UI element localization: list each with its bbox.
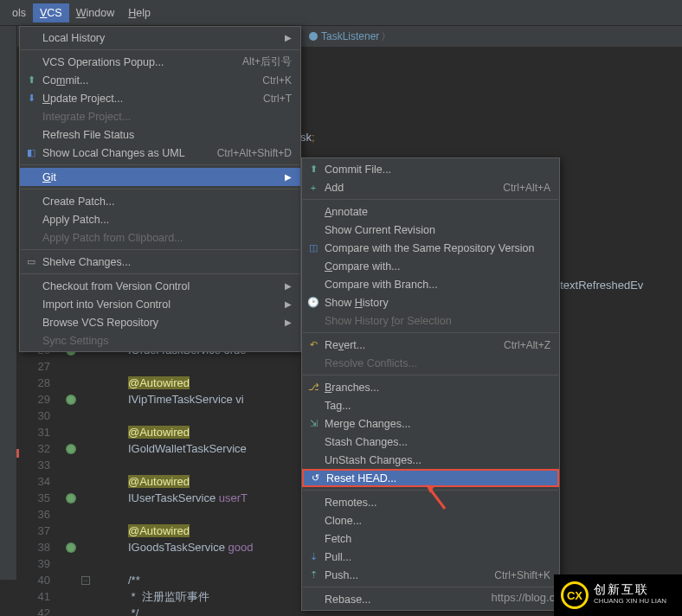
revert-icon: ↶	[307, 339, 319, 351]
menu-show-history[interactable]: 🕑Show History	[302, 293, 559, 311]
menu-add[interactable]: +AddCtrl+Alt+A	[302, 178, 559, 196]
logo-mark: CX	[561, 581, 589, 609]
menu-vcs-ops[interactable]: VCS Operations Popup...Alt+后引号	[20, 53, 300, 71]
menu-stash[interactable]: Stash Changes...	[302, 433, 559, 451]
chevron-right-icon: ▶	[285, 318, 292, 327]
merge-icon: ⇲	[307, 418, 319, 430]
commit-icon: ⬆	[307, 164, 319, 176]
menu-show-local-uml[interactable]: ◧Show Local Changes as UMLCtrl+Alt+Shift…	[20, 144, 300, 162]
menu-revert[interactable]: ↶Revert...Ctrl+Alt+Z	[302, 336, 559, 354]
logo-line1: 创新互联	[594, 583, 666, 595]
menu-show-hist-sel: Show History for Selection	[302, 311, 559, 330]
menu-local-history[interactable]: Local History▶	[20, 29, 300, 47]
menu-bar: ols VCS Window Help	[0, 0, 682, 26]
menu-compare-same[interactable]: ◫Compare with the Same Repository Versio…	[302, 239, 559, 257]
menu-window[interactable]: Window	[69, 3, 121, 22]
menu-vcs[interactable]: VCS	[33, 3, 69, 22]
menu-refresh[interactable]: Refresh File Status	[20, 125, 300, 144]
chevron-right-icon: ▶	[285, 33, 292, 42]
vcs-mark-icon	[66, 542, 76, 553]
menu-push[interactable]: ⇡Push...Ctrl+Shift+K	[302, 566, 559, 584]
class-icon	[309, 32, 318, 41]
menu-clone[interactable]: Clone...	[302, 511, 559, 529]
menu-branches[interactable]: ⎇Branches...	[302, 378, 559, 396]
code-line: IVipTimeTaskService vi	[128, 391, 244, 407]
reset-icon: ↺	[309, 472, 321, 484]
menu-remotes[interactable]: Remotes...	[302, 493, 559, 511]
commit-icon: ⬆	[25, 74, 37, 87]
line-gutter: 252627 282930 313233 343536 373839 40414…	[17, 325, 57, 616]
branch-icon: ⎇	[307, 382, 319, 394]
code-line: IGoldWalletTaskService	[128, 440, 247, 457]
menu-pull[interactable]: ⇣Pull...	[302, 548, 559, 566]
code-comment: /**	[128, 572, 140, 588]
menu-import-vc[interactable]: Import into Version Control▶	[20, 295, 300, 313]
shelve-icon: ▭	[25, 256, 37, 268]
chevron-right-icon: ▶	[285, 299, 292, 309]
code-comment: */	[128, 605, 138, 616]
fold-minus-icon[interactable]: −	[81, 576, 90, 585]
menu-checkout[interactable]: Checkout from Version Control▶	[20, 277, 300, 295]
brand-logo: CX 创新互联 CHUANG XIN HU LIAN	[554, 574, 682, 616]
menu-apply-patch[interactable]: Apply Patch...	[20, 210, 300, 228]
menu-apply-clipboard: Apply Patch from Clipboard...	[20, 228, 300, 247]
menu-update-project[interactable]: ⬇Update Project...Ctrl+T	[20, 89, 300, 107]
logo-line2: CHUANG XIN HU LIAN	[594, 595, 666, 607]
gutter-marks	[59, 325, 83, 616]
menu-resolve: Resolve Conflicts...	[302, 354, 559, 372]
breadcrumb-item[interactable]: TaskListener	[321, 30, 379, 42]
compare-icon: ◫	[307, 242, 319, 254]
update-icon: ⬇	[25, 93, 37, 105]
menu-help[interactable]: Help	[121, 3, 158, 22]
vcs-menu: Local History▶ VCS Operations Popup...Al…	[19, 26, 301, 352]
code-line: ntextRefreshedEv	[554, 277, 643, 293]
vcs-mark-icon	[66, 493, 76, 504]
code-line: IUserTaskService userT	[128, 490, 248, 506]
chevron-right-icon: ▶	[285, 172, 292, 182]
tool-strip	[0, 26, 17, 580]
vcs-mark-icon	[66, 395, 76, 405]
menu-integrate: Integrate Project...	[20, 107, 300, 125]
menu-compare-with[interactable]: Compare with...	[302, 257, 559, 275]
menu-compare-branch[interactable]: Compare with Branch...	[302, 275, 559, 293]
push-icon: ⇡	[307, 569, 319, 581]
menu-tag[interactable]: Tag...	[302, 396, 559, 414]
git-submenu: ⬆Commit File... +AddCtrl+Alt+A Annotate …	[301, 157, 560, 611]
add-icon: +	[307, 182, 319, 194]
menu-git[interactable]: Git▶	[20, 168, 300, 186]
menu-unstash[interactable]: UnStash Changes...	[302, 451, 559, 469]
menu-browse[interactable]: Browse VCS Repository▶	[20, 313, 300, 331]
menu-merge[interactable]: ⇲Merge Changes...	[302, 414, 559, 433]
menu-annotate[interactable]: Annotate	[302, 202, 559, 221]
menu-ols[interactable]: ols	[5, 3, 33, 22]
menu-shelve[interactable]: ▭Shelve Changes...	[20, 253, 300, 271]
menu-create-patch[interactable]: Create Patch...	[20, 192, 300, 210]
menu-commit[interactable]: ⬆Commit...Ctrl+K	[20, 71, 300, 89]
menu-commit-file[interactable]: ⬆Commit File...	[302, 160, 559, 178]
chevron-right-icon: 〉	[381, 29, 391, 44]
menu-sync: Sync Settings	[20, 331, 300, 350]
code-line: IGoodsTaskService good	[128, 539, 254, 555]
code-line: @Autowired	[128, 424, 190, 440]
uml-icon: ◧	[25, 147, 37, 159]
code-line: @Autowired	[128, 473, 190, 490]
vcs-mark-icon	[66, 444, 76, 454]
chevron-right-icon: ▶	[285, 281, 292, 291]
pull-icon: ⇣	[307, 551, 319, 563]
code-comment: * 注册监听事件	[128, 588, 209, 605]
menu-fetch[interactable]: Fetch	[302, 529, 559, 548]
menu-reset-head[interactable]: ↺Reset HEAD...	[302, 469, 559, 487]
menu-show-rev[interactable]: Show Current Revision	[302, 221, 559, 239]
history-icon: 🕑	[307, 297, 319, 309]
code-line: @Autowired	[128, 523, 190, 539]
code-line: @Autowired	[128, 375, 190, 391]
